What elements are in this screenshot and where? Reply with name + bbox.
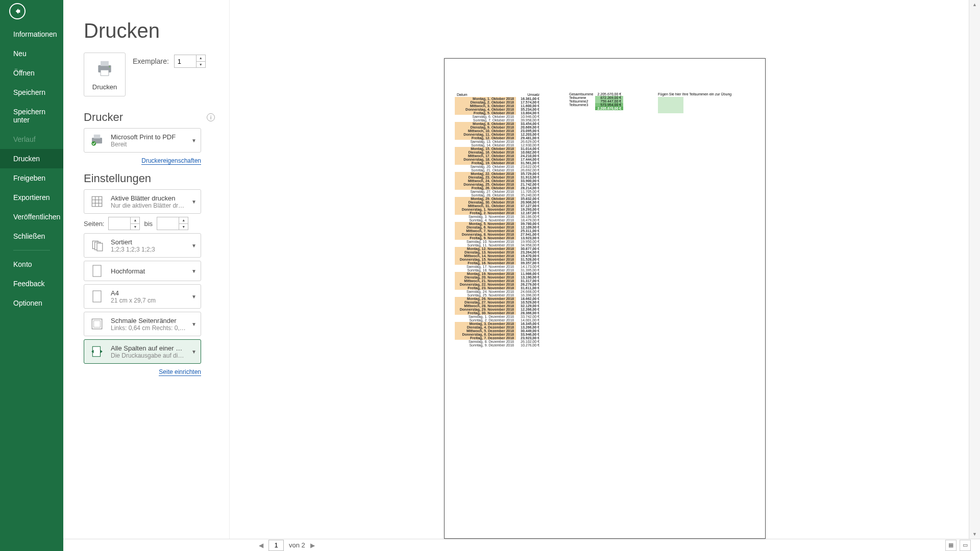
nav-item[interactable]: Freigeben xyxy=(0,168,63,188)
spin-down-icon[interactable]: ▼ xyxy=(197,62,205,68)
fit-columns-icon xyxy=(88,343,106,360)
svg-rect-7 xyxy=(92,196,102,207)
margins-dropdown[interactable]: Schmale SeitenränderLinks: 0,64 cm Recht… xyxy=(84,312,201,336)
nav-item[interactable]: Drucken xyxy=(0,149,63,168)
page-title: Drucken xyxy=(84,19,215,42)
nav-item[interactable]: Neu xyxy=(0,44,63,63)
preview-data-table: DatumUmsatzMontag, 1. Oktober 201816.361… xyxy=(455,92,542,347)
back-button[interactable] xyxy=(9,3,26,19)
scroll-down-icon[interactable]: ▼ xyxy=(969,532,980,537)
table-row: Samstag, 20. Oktober 201823.622,00 € xyxy=(455,165,542,168)
table-row: Donnerstag, 15. November 201831.528,00 € xyxy=(455,258,542,261)
chevron-down-icon: ▼ xyxy=(191,243,197,248)
nav-item[interactable]: Feedback xyxy=(0,274,63,293)
printer-info-icon[interactable]: i xyxy=(207,113,215,121)
printer-dropdown[interactable]: Microsoft Print to PDF Bereit ▼ xyxy=(84,128,201,153)
table-row: Donnerstag, 4. Oktober 201835.234,00 € xyxy=(455,108,542,111)
nav-item[interactable]: Öffnen xyxy=(0,63,63,83)
nav-item[interactable]: Optionen xyxy=(0,293,63,313)
table-row: Samstag, 3. November 201838.186,00 € xyxy=(455,215,542,218)
copies-label: Exemplare: xyxy=(133,57,169,65)
chevron-down-icon: ▼ xyxy=(191,199,197,205)
next-page-button[interactable]: ▶ xyxy=(310,542,315,549)
show-margins-button[interactable]: ▦ xyxy=(945,540,957,551)
nav-item[interactable]: Schließen xyxy=(0,227,63,246)
chevron-down-icon: ▼ xyxy=(191,349,197,355)
table-row: Mittwoch, 17. Oktober 201824.210,00 € xyxy=(455,154,542,158)
table-row: Montag, 12. November 201830.877,00 € xyxy=(455,247,542,251)
svg-rect-5 xyxy=(94,135,101,139)
collate-dropdown[interactable]: Sortiert1;2;3 1;2;3 1;2;3 ▼ xyxy=(84,233,201,258)
nav-item: Verlauf xyxy=(0,130,63,149)
nav-item[interactable]: Informationen xyxy=(0,24,63,44)
table-row: Freitag, 26. Oktober 201828.214,00 € xyxy=(455,186,542,190)
nav-item[interactable]: Exportieren xyxy=(0,188,63,207)
table-row: Sonntag, 28. Oktober 201835.240,00 € xyxy=(455,193,542,197)
svg-rect-14 xyxy=(97,243,103,251)
orientation-dropdown[interactable]: Hochformat ▼ xyxy=(84,261,201,281)
printer-heading: Drucker xyxy=(84,111,123,124)
table-row: Donnerstag, 22. November 201826.279,00 € xyxy=(455,283,542,286)
svg-rect-1 xyxy=(101,61,109,66)
table-row: Montag, 5. November 201839.780,00 € xyxy=(455,222,542,226)
table-row: Samstag, 27. Oktober 201811.705,00 € xyxy=(455,190,542,193)
main-area: Drucken Drucken Exemplare: ▲▼ xyxy=(63,0,980,551)
table-row: Donnerstag, 25. Oktober 201821.742,00 € xyxy=(455,183,542,186)
table-row: Samstag, 1. Dezember 201833.742,00 € xyxy=(455,315,542,318)
preview-scrollbar[interactable]: ▲ ▼ xyxy=(969,0,980,539)
print-button[interactable]: Drucken xyxy=(84,53,126,96)
page-number-input[interactable] xyxy=(268,540,284,551)
highlight-box xyxy=(658,97,683,113)
table-row: Dienstag, 23. Oktober 201831.913,00 € xyxy=(455,176,542,179)
printer-status: Bereit xyxy=(111,141,186,148)
table-row: Freitag, 30. November 201828.366,00 € xyxy=(455,311,542,315)
table-row: Mittwoch, 28. November 201832.129,00 € xyxy=(455,304,542,308)
table-row: Montag, 26. November 201818.662,00 € xyxy=(455,297,542,300)
page-setup-link[interactable]: Seite einrichten xyxy=(159,368,201,376)
table-row: Freitag, 9. November 201813.923,00 € xyxy=(455,236,542,240)
printer-icon xyxy=(95,59,114,78)
zoom-to-page-button[interactable]: ▭ xyxy=(960,540,971,551)
table-row: Mittwoch, 3. Oktober 201811.600,00 € xyxy=(455,104,542,108)
copies-spinner[interactable]: ▲▼ xyxy=(174,55,206,68)
printer-status-icon xyxy=(88,132,106,149)
table-row: Montag, 3. Dezember 201816.345,00 € xyxy=(455,322,542,325)
nav-item[interactable]: Konto xyxy=(0,255,63,274)
table-row: Montag, 15. Oktober 201831.014,00 € xyxy=(455,147,542,151)
copies-input[interactable] xyxy=(175,55,196,67)
printer-name: Microsoft Print to PDF xyxy=(111,133,186,141)
table-row: Freitag, 23. November 201831.611,00 € xyxy=(455,286,542,290)
table-row: Samstag, 6. Oktober 201810.946,00 € xyxy=(455,115,542,118)
pages-to-input[interactable]: ▲▼ xyxy=(157,217,188,230)
nav-item[interactable]: Veröffentlichen xyxy=(0,207,63,227)
paper-size-dropdown[interactable]: A421 cm x 29,7 cm ▼ xyxy=(84,284,201,309)
svg-rect-19 xyxy=(92,346,100,357)
collate-icon xyxy=(88,237,106,254)
svg-rect-2 xyxy=(101,70,109,76)
pages-from-input[interactable]: ▲▼ xyxy=(108,217,140,230)
nav-item[interactable]: Speichern unter xyxy=(0,102,63,130)
table-row: Donnerstag, 18. Oktober 201817.444,00 € xyxy=(455,158,542,161)
table-row: Donnerstag, 8. November 201827.941,00 € xyxy=(455,233,542,236)
pages-label: Seiten: xyxy=(84,220,104,228)
printer-properties-link[interactable]: Druckereigenschaften xyxy=(141,157,201,165)
table-row: Dienstag, 9. Oktober 201820.669,00 € xyxy=(455,126,542,129)
scroll-up-icon[interactable]: ▲ xyxy=(969,2,980,7)
nav-item[interactable]: Speichern xyxy=(0,83,63,102)
table-row: Dienstag, 2. Oktober 201817.574,00 € xyxy=(455,101,542,104)
table-row: Dienstag, 30. Oktober 201820.906,00 € xyxy=(455,201,542,204)
sheets-icon xyxy=(88,193,106,210)
svg-point-6 xyxy=(91,141,96,146)
prev-page-button[interactable]: ◀ xyxy=(259,542,263,549)
table-row: Donnerstag, 11. Oktober 201812.203,00 € xyxy=(455,133,542,136)
table-row: Dienstag, 20. November 201813.190,00 € xyxy=(455,276,542,279)
table-row: Samstag, 24. November 201824.668,00 € xyxy=(455,290,542,293)
scaling-dropdown[interactable]: Alle Spalten auf einer Seite…Die Druckau… xyxy=(84,339,201,364)
summary-row: 2.205.670,00 € xyxy=(567,107,623,110)
chevron-down-icon: ▼ xyxy=(191,138,197,143)
table-row: Sonntag, 21. Oktober 201826.692,00 € xyxy=(455,168,542,172)
print-what-dropdown[interactable]: Aktive Blätter druckenNur die aktiven Bl… xyxy=(84,189,201,214)
table-row: Donnerstag, 6. Dezember 201833.946,00 € xyxy=(455,333,542,336)
backstage-sidebar: InformationenNeuÖffnenSpeichernSpeichern… xyxy=(0,0,63,551)
spin-up-icon[interactable]: ▲ xyxy=(197,55,205,62)
